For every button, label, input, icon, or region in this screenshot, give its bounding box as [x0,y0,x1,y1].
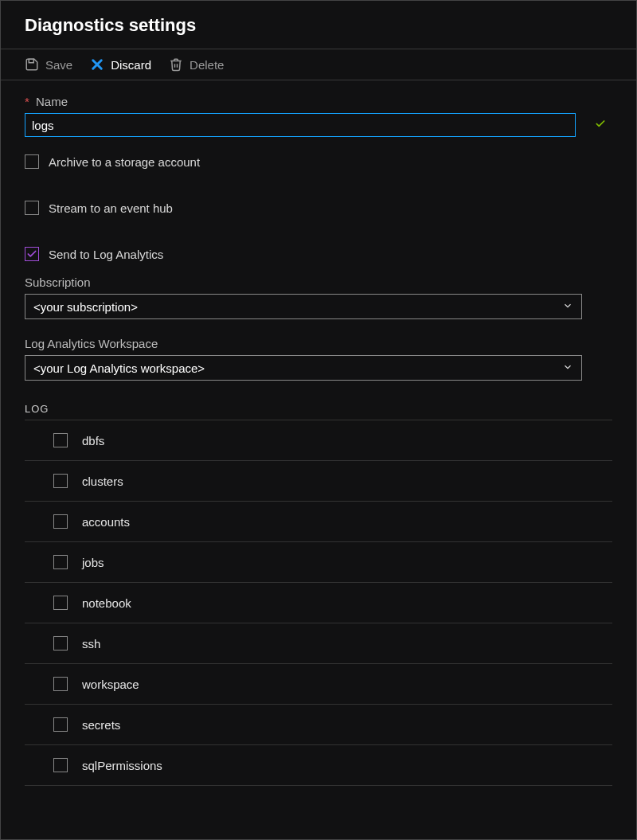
delete-button[interactable]: Delete [169,57,224,72]
delete-label: Delete [190,58,224,72]
name-field-label: * Name [25,95,612,108]
workspace-value: <your Log Analytics workspace> [33,361,205,375]
log-row[interactable]: dbfs [25,420,612,461]
log-item-label: notebook [82,596,131,610]
log-item-label: dbfs [82,434,104,447]
send-label: Send to Log Analytics [49,248,163,261]
send-checkbox-row[interactable]: Send to Log Analytics [25,247,612,261]
log-checkbox[interactable] [53,677,68,691]
log-item-label: jobs [82,556,104,569]
log-row[interactable]: clusters [25,461,612,502]
stream-label: Stream to an event hub [49,201,173,215]
page-title: Diagnostics settings [25,15,612,36]
log-row[interactable]: secrets [25,705,612,745]
log-row[interactable]: jobs [25,542,612,583]
log-item-label: workspace [82,678,139,691]
workspace-label: Log Analytics Workspace [25,337,612,350]
panel-header: Diagnostics settings [1,1,636,49]
workspace-block: Log Analytics Workspace <your Log Analyt… [25,337,612,381]
save-label: Save [45,58,72,72]
name-input[interactable] [25,113,576,137]
svg-rect-0 [29,59,33,63]
subscription-label: Subscription [25,275,612,289]
log-row[interactable]: workspace [25,664,612,705]
log-item-label: sqlPermissions [82,759,162,772]
save-icon [25,57,39,72]
log-checkbox[interactable] [53,758,68,772]
log-section-label: LOG [25,403,612,415]
log-checkbox[interactable] [53,474,68,488]
log-row[interactable]: accounts [25,502,612,542]
name-input-wrap [25,113,612,137]
required-star: * [25,95,29,108]
subscription-value: <your subscription> [33,300,138,314]
log-item-label: secrets [82,718,120,732]
form-body: * Name Archive to a storage account Stre… [1,80,636,786]
discard-label: Discard [111,58,151,72]
log-item-label: ssh [82,637,100,651]
log-list: dbfsclustersaccountsjobsnotebooksshworks… [25,420,612,786]
log-item-label: clusters [82,475,123,488]
log-row[interactable]: notebook [25,583,612,623]
save-button[interactable]: Save [25,57,72,72]
diagnostics-settings-panel: Diagnostics settings Save Discard Delete [0,0,637,840]
stream-checkbox[interactable] [25,201,39,215]
close-icon [90,57,104,72]
discard-button[interactable]: Discard [90,57,151,72]
archive-checkbox[interactable] [25,154,39,169]
log-checkbox[interactable] [53,433,68,447]
subscription-block: Subscription <your subscription> [25,275,612,319]
archive-label: Archive to a storage account [49,155,200,169]
chevron-down-icon [562,300,573,314]
log-checkbox[interactable] [53,636,68,651]
toolbar: Save Discard Delete [1,49,636,80]
chevron-down-icon [562,361,573,375]
workspace-select[interactable]: <your Log Analytics workspace> [25,355,582,381]
log-checkbox[interactable] [53,555,68,569]
log-checkbox[interactable] [53,596,68,610]
log-row[interactable]: ssh [25,623,612,664]
log-row[interactable]: sqlPermissions [25,745,612,786]
stream-checkbox-row[interactable]: Stream to an event hub [25,201,612,215]
log-checkbox[interactable] [53,717,68,732]
log-item-label: accounts [82,515,130,529]
send-checkbox[interactable] [25,247,39,261]
subscription-select[interactable]: <your subscription> [25,294,582,319]
trash-icon [169,57,183,72]
check-icon [595,119,606,132]
log-checkbox[interactable] [53,514,68,529]
archive-checkbox-row[interactable]: Archive to a storage account [25,154,612,169]
